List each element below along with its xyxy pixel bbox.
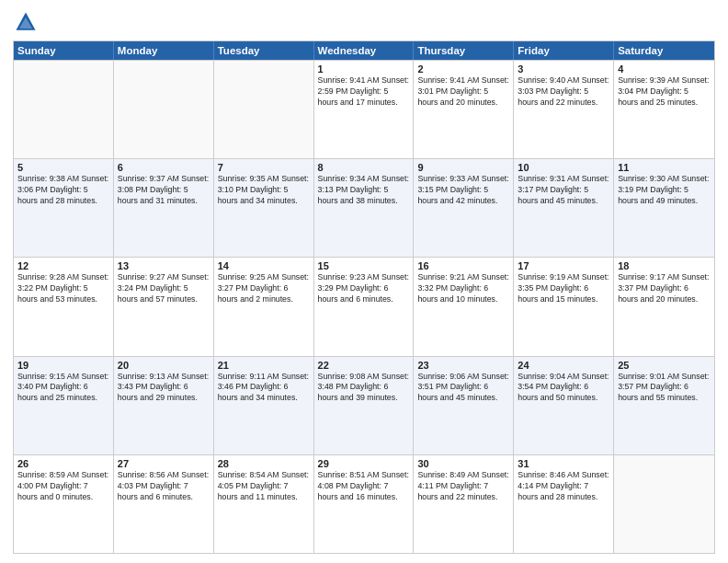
calendar-day-29: 29Sunrise: 8:51 AM Sunset: 4:08 PM Dayli…	[314, 455, 415, 553]
calendar-week-3: 12Sunrise: 9:28 AM Sunset: 3:22 PM Dayli…	[14, 257, 714, 355]
day-info: Sunrise: 9:35 AM Sunset: 3:10 PM Dayligh…	[218, 174, 310, 207]
calendar-day-13: 13Sunrise: 9:27 AM Sunset: 3:24 PM Dayli…	[114, 258, 214, 355]
weekday-header-monday: Monday	[114, 41, 214, 60]
weekday-header-saturday: Saturday	[614, 41, 714, 60]
calendar-day-20: 20Sunrise: 9:13 AM Sunset: 3:43 PM Dayli…	[114, 357, 214, 454]
header	[13, 9, 715, 35]
calendar-day-1: 1Sunrise: 9:41 AM Sunset: 2:59 PM Daylig…	[314, 61, 415, 158]
calendar-day-23: 23Sunrise: 9:06 AM Sunset: 3:51 PM Dayli…	[414, 357, 514, 454]
weekday-header-friday: Friday	[514, 41, 614, 60]
calendar-day-7: 7Sunrise: 9:35 AM Sunset: 3:10 PM Daylig…	[214, 159, 314, 257]
day-info: Sunrise: 9:37 AM Sunset: 3:08 PM Dayligh…	[118, 174, 210, 207]
calendar-day-3: 3Sunrise: 9:40 AM Sunset: 3:03 PM Daylig…	[514, 61, 614, 158]
calendar-header: SundayMondayTuesdayWednesdayThursdayFrid…	[14, 41, 714, 60]
day-info: Sunrise: 9:17 AM Sunset: 3:37 PM Dayligh…	[618, 272, 711, 305]
day-number: 23	[417, 360, 509, 371]
day-number: 2	[417, 63, 509, 75]
day-number: 20	[118, 360, 210, 371]
calendar-day-22: 22Sunrise: 9:08 AM Sunset: 3:48 PM Dayli…	[314, 357, 415, 454]
day-number: 5	[17, 162, 109, 173]
day-number: 21	[218, 360, 310, 371]
day-number: 6	[118, 162, 210, 173]
calendar-day-4: 4Sunrise: 9:39 AM Sunset: 3:04 PM Daylig…	[614, 61, 714, 158]
day-info: Sunrise: 8:56 AM Sunset: 4:03 PM Dayligh…	[118, 470, 210, 503]
day-number: 7	[218, 162, 310, 173]
day-number: 22	[318, 360, 410, 371]
calendar-day-26: 26Sunrise: 8:59 AM Sunset: 4:00 PM Dayli…	[14, 455, 114, 553]
day-number: 15	[318, 260, 410, 271]
day-info: Sunrise: 9:38 AM Sunset: 3:06 PM Dayligh…	[17, 174, 109, 207]
day-number: 25	[618, 360, 711, 371]
weekday-header-thursday: Thursday	[414, 41, 514, 60]
day-number: 13	[118, 260, 210, 271]
calendar-day-16: 16Sunrise: 9:21 AM Sunset: 3:32 PM Dayli…	[414, 258, 514, 355]
weekday-header-wednesday: Wednesday	[314, 41, 415, 60]
calendar-week-5: 26Sunrise: 8:59 AM Sunset: 4:00 PM Dayli…	[14, 454, 714, 553]
day-info: Sunrise: 9:40 AM Sunset: 3:03 PM Dayligh…	[518, 75, 609, 109]
day-info: Sunrise: 9:13 AM Sunset: 3:43 PM Dayligh…	[118, 372, 210, 405]
day-info: Sunrise: 9:41 AM Sunset: 2:59 PM Dayligh…	[318, 75, 410, 109]
calendar: SundayMondayTuesdayWednesdayThursdayFrid…	[13, 40, 715, 554]
day-number: 26	[17, 458, 109, 469]
day-number: 17	[518, 260, 609, 271]
calendar-week-4: 19Sunrise: 9:15 AM Sunset: 3:40 PM Dayli…	[14, 356, 714, 454]
calendar-day-empty	[14, 61, 114, 158]
calendar-day-15: 15Sunrise: 9:23 AM Sunset: 3:29 PM Dayli…	[314, 258, 415, 355]
day-number: 9	[417, 162, 509, 173]
calendar-body: 1Sunrise: 9:41 AM Sunset: 2:59 PM Daylig…	[14, 60, 714, 553]
day-info: Sunrise: 8:59 AM Sunset: 4:00 PM Dayligh…	[17, 470, 109, 503]
day-info: Sunrise: 8:54 AM Sunset: 4:05 PM Dayligh…	[218, 470, 310, 503]
day-number: 30	[417, 458, 509, 469]
day-info: Sunrise: 9:28 AM Sunset: 3:22 PM Dayligh…	[17, 272, 109, 305]
day-number: 10	[518, 162, 609, 173]
day-number: 29	[318, 458, 410, 469]
weekday-header-tuesday: Tuesday	[214, 41, 314, 60]
day-info: Sunrise: 9:33 AM Sunset: 3:15 PM Dayligh…	[417, 174, 509, 207]
calendar-day-2: 2Sunrise: 9:41 AM Sunset: 3:01 PM Daylig…	[414, 61, 514, 158]
calendar-day-11: 11Sunrise: 9:30 AM Sunset: 3:19 PM Dayli…	[614, 159, 714, 257]
day-info: Sunrise: 8:49 AM Sunset: 4:11 PM Dayligh…	[417, 470, 509, 503]
calendar-day-30: 30Sunrise: 8:49 AM Sunset: 4:11 PM Dayli…	[414, 455, 514, 553]
day-number: 11	[618, 162, 711, 173]
day-number: 18	[618, 260, 711, 271]
calendar-day-10: 10Sunrise: 9:31 AM Sunset: 3:17 PM Dayli…	[514, 159, 614, 257]
logo-icon	[13, 9, 39, 35]
day-info: Sunrise: 9:27 AM Sunset: 3:24 PM Dayligh…	[118, 272, 210, 305]
calendar-day-14: 14Sunrise: 9:25 AM Sunset: 3:27 PM Dayli…	[214, 258, 314, 355]
day-number: 8	[318, 162, 410, 173]
calendar-day-17: 17Sunrise: 9:19 AM Sunset: 3:35 PM Dayli…	[514, 258, 614, 355]
day-number: 3	[518, 63, 609, 75]
day-number: 14	[218, 260, 310, 271]
day-info: Sunrise: 9:01 AM Sunset: 3:57 PM Dayligh…	[618, 372, 711, 405]
calendar-day-9: 9Sunrise: 9:33 AM Sunset: 3:15 PM Daylig…	[414, 159, 514, 257]
calendar-day-18: 18Sunrise: 9:17 AM Sunset: 3:37 PM Dayli…	[614, 258, 714, 355]
day-number: 19	[17, 360, 109, 371]
day-info: Sunrise: 9:39 AM Sunset: 3:04 PM Dayligh…	[618, 75, 711, 109]
day-info: Sunrise: 9:23 AM Sunset: 3:29 PM Dayligh…	[318, 272, 410, 305]
page: SundayMondayTuesdayWednesdayThursdayFrid…	[0, 0, 728, 563]
day-number: 28	[218, 458, 310, 469]
logo	[13, 9, 42, 35]
calendar-week-2: 5Sunrise: 9:38 AM Sunset: 3:06 PM Daylig…	[14, 158, 714, 257]
day-info: Sunrise: 8:46 AM Sunset: 4:14 PM Dayligh…	[518, 470, 609, 503]
day-info: Sunrise: 9:06 AM Sunset: 3:51 PM Dayligh…	[417, 372, 509, 405]
day-info: Sunrise: 8:51 AM Sunset: 4:08 PM Dayligh…	[318, 470, 410, 503]
calendar-day-21: 21Sunrise: 9:11 AM Sunset: 3:46 PM Dayli…	[214, 357, 314, 454]
calendar-day-27: 27Sunrise: 8:56 AM Sunset: 4:03 PM Dayli…	[114, 455, 214, 553]
calendar-day-empty	[114, 61, 214, 158]
day-info: Sunrise: 9:34 AM Sunset: 3:13 PM Dayligh…	[318, 174, 410, 207]
day-info: Sunrise: 9:15 AM Sunset: 3:40 PM Dayligh…	[17, 372, 109, 405]
calendar-day-31: 31Sunrise: 8:46 AM Sunset: 4:14 PM Dayli…	[514, 455, 614, 553]
calendar-day-8: 8Sunrise: 9:34 AM Sunset: 3:13 PM Daylig…	[314, 159, 415, 257]
calendar-day-5: 5Sunrise: 9:38 AM Sunset: 3:06 PM Daylig…	[14, 159, 114, 257]
day-info: Sunrise: 9:25 AM Sunset: 3:27 PM Dayligh…	[218, 272, 310, 305]
day-number: 16	[417, 260, 509, 271]
day-number: 31	[518, 458, 609, 469]
calendar-day-6: 6Sunrise: 9:37 AM Sunset: 3:08 PM Daylig…	[114, 159, 214, 257]
calendar-week-1: 1Sunrise: 9:41 AM Sunset: 2:59 PM Daylig…	[14, 60, 714, 158]
day-info: Sunrise: 9:08 AM Sunset: 3:48 PM Dayligh…	[318, 372, 410, 405]
day-info: Sunrise: 9:30 AM Sunset: 3:19 PM Dayligh…	[618, 174, 711, 207]
calendar-day-empty	[214, 61, 314, 158]
calendar-day-12: 12Sunrise: 9:28 AM Sunset: 3:22 PM Dayli…	[14, 258, 114, 355]
calendar-day-24: 24Sunrise: 9:04 AM Sunset: 3:54 PM Dayli…	[514, 357, 614, 454]
